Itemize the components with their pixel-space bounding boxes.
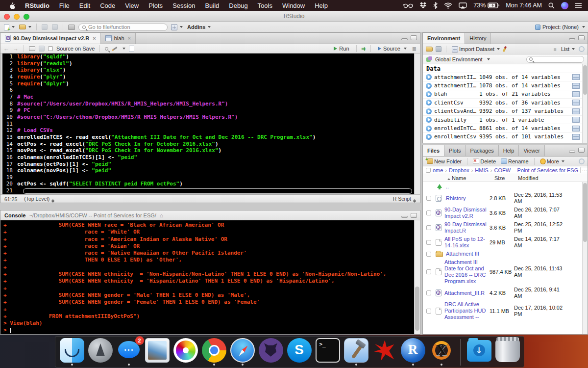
workspace-panes-button[interactable] [170, 24, 184, 31]
dock-item-github[interactable] [258, 338, 284, 366]
file-checkbox[interactable] [426, 252, 431, 257]
dock-item-mail[interactable] [145, 338, 170, 366]
environment-scrollbar[interactable] [582, 64, 588, 143]
file-name-link[interactable]: Attachment III [446, 251, 491, 257]
environment-search-input[interactable] [526, 56, 584, 63]
environment-object-row[interactable]: attachmentII…1078 obs. of 14 variables [423, 81, 588, 89]
scope-selector[interactable]: (Top Level) [24, 196, 54, 203]
close-window-button[interactable] [4, 14, 10, 20]
maximize-pane-button[interactable] [411, 35, 417, 40]
console-scrollbar[interactable] [414, 220, 420, 335]
save-button[interactable] [41, 24, 49, 30]
tab-viewer[interactable]: Viewer [519, 145, 544, 156]
close-tab-icon[interactable]: × [93, 35, 96, 41]
tab-environment[interactable]: Environment [423, 33, 465, 44]
source-button[interactable]: Source [376, 46, 409, 52]
dock-item-chrome[interactable] [201, 338, 227, 366]
environment-object-row[interactable]: enrollmentCsv9395 obs. of 101 variables [423, 132, 588, 141]
menu-item-session[interactable]: Session [168, 2, 200, 9]
siri-icon[interactable] [561, 2, 568, 9]
addins-button[interactable]: Addins [186, 24, 212, 30]
maximize-console-button[interactable] [411, 213, 417, 218]
expand-object-icon[interactable] [426, 91, 432, 97]
file-name-link[interactable]: Attachment III Date for Oct and Dec 2016… [444, 259, 490, 285]
dock-item-rstudio[interactable] [400, 338, 426, 366]
expand-object-icon[interactable] [426, 117, 432, 123]
breadcrumb-overflow-button[interactable]: … [580, 167, 588, 173]
console-scroll-thumb[interactable] [415, 287, 419, 331]
dropbox-icon[interactable] [419, 2, 427, 9]
menu-item-window[interactable]: Window [277, 2, 310, 9]
file-checkbox[interactable] [426, 269, 431, 274]
dock-item-messages[interactable]: 2 [116, 338, 142, 366]
file-name-link[interactable]: All PoS up to 12-14-16.xlsx [444, 236, 490, 249]
menu-item-build[interactable]: Build [200, 2, 224, 9]
airplay-display-icon[interactable] [459, 2, 467, 9]
new-file-button[interactable] [3, 24, 16, 31]
view-data-icon[interactable] [572, 91, 580, 97]
expand-object-icon[interactable] [426, 126, 432, 131]
file-row[interactable]: .. [423, 182, 588, 191]
tab-help[interactable]: Help [499, 145, 519, 156]
environment-object-row[interactable]: clientCsv9392 obs. of 36 variables [423, 98, 588, 106]
file-checkbox[interactable] [426, 240, 431, 245]
files-scrollbar[interactable] [582, 182, 588, 335]
maximize-pane-button[interactable] [578, 148, 585, 153]
load-workspace-icon[interactable] [426, 47, 433, 52]
zoom-window-button[interactable] [24, 14, 29, 20]
menu-item-tools[interactable]: Tools [253, 2, 277, 9]
file-row[interactable]: DRC All Active Participants HUD Assessme… [423, 300, 588, 321]
file-checkbox[interactable] [426, 196, 431, 201]
select-all-checkbox[interactable] [426, 168, 431, 173]
environment-scope-selector[interactable]: Global Environment [435, 56, 483, 62]
file-row[interactable]: 90-Day Dismissal Impact v2.R3.6 KBDec 26… [423, 206, 588, 220]
view-data-icon[interactable] [572, 74, 580, 80]
new-folder-button[interactable]: New Folder [426, 158, 463, 165]
expand-object-icon[interactable] [426, 134, 432, 140]
file-name-link[interactable]: DRC All Active Participants HUD Assessme… [444, 301, 490, 320]
file-row[interactable]: Attachment_III.R4.2 KBDec 25, 2016, 9:41… [423, 286, 588, 300]
file-checkbox[interactable] [426, 290, 431, 295]
tab-plots[interactable]: Plots [444, 145, 466, 156]
dock-item-downloads[interactable] [466, 338, 492, 366]
horizontal-scrollbar[interactable] [23, 188, 412, 194]
eyeglasses-icon[interactable] [403, 2, 413, 8]
rerun-icon[interactable]: ⇉ [362, 46, 366, 52]
dock-item-photos[interactable] [173, 338, 198, 366]
save-workspace-icon[interactable] [436, 46, 441, 52]
code-editor[interactable]: 1library("sqldf")2library("readxl")3libr… [0, 53, 420, 194]
breadcrumb-item[interactable]: COFW -- Point of Services for ESG [494, 167, 579, 173]
more-button[interactable]: More [539, 158, 565, 165]
save-icon[interactable] [39, 46, 45, 52]
clear-objects-icon[interactable] [503, 46, 507, 53]
print-button[interactable] [67, 24, 76, 30]
file-row[interactable]: All PoS up to 12-14-16.xlsx29 MBDec 14, … [423, 235, 588, 250]
source-on-save-checkbox[interactable] [48, 46, 53, 51]
file-type-selector[interactable]: R Script [393, 196, 416, 203]
run-button[interactable]: Run [332, 46, 351, 52]
notification-center-icon[interactable] [575, 2, 582, 8]
view-data-icon[interactable] [572, 117, 580, 123]
environment-scroll-thumb[interactable] [583, 65, 587, 95]
column-modified[interactable]: Modified [518, 175, 539, 181]
apple-menu-icon[interactable] [9, 2, 15, 9]
expand-object-icon[interactable] [426, 83, 432, 89]
open-file-button[interactable] [18, 24, 32, 30]
file-name-link[interactable]: .. [446, 184, 491, 190]
maximize-pane-button[interactable] [578, 35, 585, 40]
view-data-icon[interactable] [572, 100, 580, 105]
delete-button[interactable]: Delete [472, 158, 497, 165]
environment-object-row[interactable]: blah1 obs. of 21 variables [423, 90, 588, 98]
console-output[interactable]: + SUM(CASE WHEN race = 'Black or African… [0, 220, 420, 335]
menu-item-file[interactable]: File [54, 2, 74, 9]
list-view-button[interactable]: List [560, 46, 576, 53]
rename-button[interactable]: Rename [500, 158, 530, 165]
menu-bar-clock[interactable]: Mon 7:46 AM [506, 2, 542, 9]
environment-object-row[interactable]: disability1 obs. of 1 variable [423, 115, 588, 124]
view-data-icon[interactable] [572, 134, 580, 140]
column-name[interactable]: Name [447, 175, 494, 181]
popout-icon[interactable] [29, 46, 35, 51]
dock-item-trash[interactable] [495, 338, 520, 366]
wifi-icon[interactable] [444, 2, 452, 9]
battery-indicator[interactable]: 73% [473, 2, 499, 9]
